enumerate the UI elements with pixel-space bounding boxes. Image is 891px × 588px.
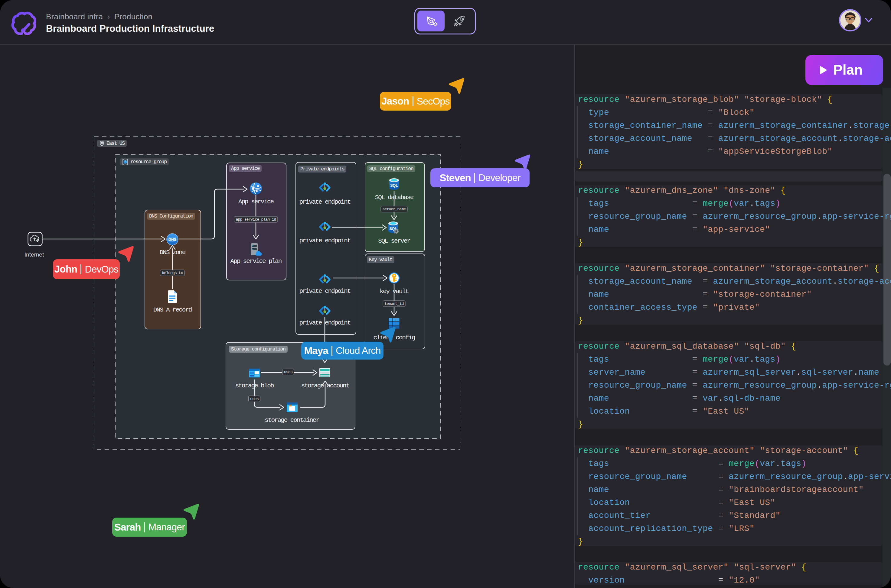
svg-text:SQL: SQL — [390, 183, 398, 188]
svg-text:DNS: DNS — [169, 237, 176, 242]
